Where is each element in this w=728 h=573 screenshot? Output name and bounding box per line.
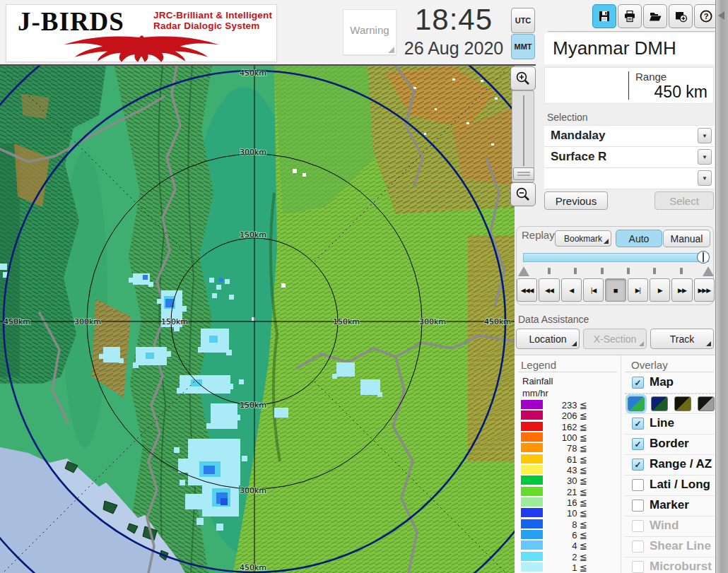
mmt-button[interactable]: MMT	[511, 34, 535, 59]
slider-end-marker[interactable]	[703, 266, 714, 276]
legend-threshold: 16 ≦	[546, 497, 587, 508]
legend-row: 2 ≦	[521, 551, 589, 562]
map-style-terrain-color[interactable]	[628, 396, 645, 411]
panel-edge-strip	[715, 0, 728, 573]
map-zoom-slider[interactable]	[512, 90, 534, 182]
step-backward-button[interactable]: |◀	[583, 278, 604, 302]
range-az-checkbox[interactable]: ✓	[632, 459, 644, 471]
map-zoom-slider-handle[interactable]	[513, 167, 534, 180]
legend-color-swatch	[521, 465, 543, 474]
jump-forward-button[interactable]: ▶▶▶	[694, 278, 715, 302]
bookmark-button[interactable]: Bookmark	[555, 230, 611, 247]
legend-row: 6 ≦	[521, 529, 589, 540]
range-ring-label: 450km	[4, 317, 30, 326]
overlay-item-marker: Marker	[625, 496, 715, 516]
manual-mode-button[interactable]: Manual	[663, 230, 710, 247]
overlay-label: Marker	[650, 498, 689, 512]
select-button[interactable]: Select	[654, 191, 714, 210]
legend-color-swatch	[521, 400, 543, 409]
location-button[interactable]: Location	[516, 329, 580, 349]
fast-rewind-button[interactable]: ◀◀	[539, 278, 559, 302]
dropdown-value: Mandalay	[551, 129, 605, 143]
legend-row: 21 ≦	[521, 486, 589, 497]
radar-map[interactable]: 450km300km150km150km300km450km450km300km…	[0, 66, 515, 573]
add-image-icon	[674, 9, 688, 23]
microburst-checkbox	[632, 561, 644, 573]
overlay-item-map: ✓Map	[625, 373, 715, 394]
dropdown-arrow-icon[interactable]: ▼	[698, 170, 712, 186]
selection-dropdowns: Mandalay▼Surface R▼▼	[544, 125, 714, 189]
open-folder-icon	[648, 9, 662, 23]
step-forward-button[interactable]: ▶|	[628, 278, 648, 302]
legend-color-swatch	[521, 552, 543, 561]
auto-mode-button[interactable]: Auto	[616, 230, 662, 247]
legend-threshold: 21 ≦	[546, 487, 587, 497]
dropdown-arrow-icon[interactable]: ▼	[698, 149, 712, 165]
replay-slider-ticks	[518, 266, 714, 277]
open-file-button[interactable]	[643, 4, 667, 28]
range-ring-label: 300km	[419, 317, 446, 326]
collapse-panel-icon[interactable]	[718, 11, 724, 20]
range-value: 450 km	[654, 83, 708, 102]
utc-button[interactable]: UTC	[511, 8, 535, 33]
selection-label: Selection	[547, 112, 588, 123]
x-section-button[interactable]: X-Section	[583, 329, 647, 349]
help-button[interactable]: ?	[694, 4, 718, 28]
legend-color-swatch	[521, 530, 543, 539]
legend-threshold: 6 ≦	[546, 530, 587, 540]
play-forward-button[interactable]: ▶	[650, 278, 670, 302]
border-checkbox[interactable]: ✓	[632, 438, 644, 450]
clock-date: 26 Aug 2020	[393, 38, 515, 59]
range-ring-label: 300km	[240, 148, 266, 157]
overlay-item-range-az: ✓Range / AZ	[625, 455, 715, 475]
legend-color-swatch	[521, 422, 543, 431]
selection-dropdown-2: ▼	[544, 168, 714, 189]
replay-slider-thumb[interactable]	[697, 251, 710, 264]
line-checkbox[interactable]: ✓	[632, 418, 644, 430]
overlay-item-microburst: Microburst	[625, 557, 715, 573]
lati-long-checkbox[interactable]	[632, 479, 644, 491]
add-image-button[interactable]	[669, 4, 693, 28]
overlay-item-line: ✓Line	[625, 414, 715, 435]
overlay-label: Microburst	[650, 560, 712, 573]
range-ring-label: 150km	[240, 401, 266, 410]
zoom-in-button[interactable]	[510, 66, 536, 90]
warning-button[interactable]: Warning	[343, 9, 397, 55]
previous-button[interactable]: Previous	[544, 191, 608, 210]
track-button[interactable]: Track	[650, 329, 714, 349]
legend-row: 4 ≦	[521, 540, 589, 550]
shear-line-checkbox	[632, 540, 644, 553]
legend-threshold: 2 ≦	[546, 552, 587, 562]
overlay-item-border: ✓Border	[625, 435, 715, 455]
legend-threshold: 30 ≦	[546, 475, 587, 486]
map-checkbox[interactable]: ✓	[632, 377, 644, 389]
legend-threshold: 10 ≦	[546, 508, 587, 519]
dropdown-arrow-icon[interactable]: ▼	[698, 128, 712, 143]
svg-text:?: ?	[704, 12, 709, 20]
map-style-terrain-olive[interactable]	[674, 396, 691, 411]
slider-start-marker[interactable]	[518, 266, 529, 276]
map-style-terrain-gray[interactable]	[698, 396, 715, 411]
playback-controls: ◀◀◀◀◀◀|◀■▶|▶▶▶▶▶▶	[517, 278, 715, 302]
selection-dropdown-0: Mandalay▼	[544, 125, 714, 147]
legend-threshold: 162 ≦	[546, 422, 587, 432]
print-button[interactable]	[618, 4, 642, 28]
range-ring-label: 150km	[333, 317, 360, 326]
legend-row: 1 ≦	[521, 562, 589, 572]
legend-row: 8 ≦	[521, 519, 589, 529]
play-backward-button[interactable]: ◀	[561, 278, 582, 302]
zoom-out-button[interactable]	[510, 182, 536, 206]
range-ring-label: 300km	[240, 486, 266, 495]
replay-timeline-slider[interactable]	[523, 253, 709, 262]
fast-forward-button[interactable]: ▶▶	[671, 278, 692, 302]
map-style-terrain-dark[interactable]	[651, 396, 668, 411]
save-button[interactable]	[592, 4, 616, 28]
legend-color-swatch	[521, 508, 543, 517]
selection-dropdown-1: Surface R▼	[544, 147, 714, 168]
legend-color-swatch	[521, 475, 543, 485]
jump-backward-button[interactable]: ◀◀◀	[517, 278, 537, 302]
overlay-label: Range / AZ	[650, 457, 712, 471]
marker-checkbox[interactable]	[632, 500, 644, 512]
stop-button[interactable]: ■	[605, 278, 626, 302]
overlay-label: Map	[650, 375, 674, 389]
